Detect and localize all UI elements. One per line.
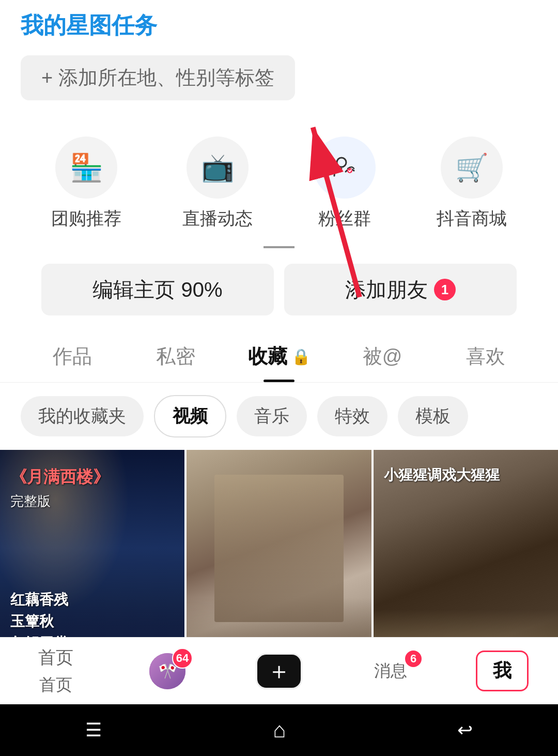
tab-works[interactable]: 作品: [21, 331, 124, 382]
content-tabs: 作品 私密 收藏 🔒 被@ 喜欢: [0, 331, 558, 383]
filter-video[interactable]: 视频: [154, 395, 226, 437]
me-active-indicator: 我: [476, 651, 529, 691]
add-friend-badge: 1: [434, 279, 456, 300]
me-label: 我: [493, 660, 512, 681]
action-buttons-row: 编辑主页 90% 添加朋友 1: [21, 248, 537, 331]
filter-templates[interactable]: 模板: [398, 396, 468, 436]
svg-point-1: [347, 168, 352, 173]
filter-effects[interactable]: 特效: [317, 396, 388, 436]
tab-favorites[interactable]: 收藏 🔒: [227, 331, 331, 382]
filter-music[interactable]: 音乐: [237, 396, 307, 436]
avatar-badge: 64: [172, 648, 193, 669]
nav-home[interactable]: 首页 首页: [17, 646, 95, 697]
quick-action-fans-group[interactable]: 粉丝群: [314, 137, 376, 231]
nav-avatar[interactable]: 🎌 64: [129, 653, 206, 689]
home-label: 首页: [38, 646, 73, 670]
system-menu-button[interactable]: ☰: [85, 719, 102, 741]
live-icon: 📺: [187, 137, 249, 199]
create-icon: ＋: [256, 653, 302, 689]
page-title: 我的星图任务: [21, 10, 537, 41]
nav-messages[interactable]: 消息 6: [352, 660, 429, 683]
nav-me[interactable]: 我: [463, 651, 541, 691]
home-text: 首页: [39, 674, 72, 697]
edit-home-label: 编辑主页 90%: [92, 276, 222, 304]
user-avatar: 🎌 64: [149, 653, 185, 689]
fans-group-label: 粉丝群: [318, 207, 371, 231]
edit-home-button[interactable]: 编辑主页 90%: [41, 264, 274, 315]
system-nav: ☰ ⌂ ↩: [0, 704, 558, 756]
tab-likes[interactable]: 喜欢: [434, 331, 537, 382]
video-title-3: 小猩猩调戏大猩猩: [384, 465, 500, 485]
messages-badge: 6: [404, 649, 423, 668]
video-title-1: 《月满西楼》完整版: [10, 465, 110, 512]
quick-action-shop[interactable]: 🛒 抖音商城: [437, 137, 507, 231]
quick-action-group-buy[interactable]: 🏪 团购推荐: [51, 137, 121, 231]
shop-label: 抖音商城: [437, 207, 507, 231]
add-friend-label: 添加朋友: [345, 276, 428, 304]
svg-point-0: [337, 158, 346, 167]
bottom-nav: 首页 首页 🎌 64 ＋ 消息 6 我: [0, 637, 558, 704]
system-back-button[interactable]: ↩: [457, 719, 473, 741]
add-friend-button[interactable]: 添加朋友 1: [284, 264, 517, 315]
quick-action-live[interactable]: 📺 直播动态: [182, 137, 253, 231]
tab-private[interactable]: 私密: [124, 331, 227, 382]
system-home-button[interactable]: ⌂: [273, 718, 286, 743]
quick-actions-row: 🏪 团购推荐 📺 直播动态 粉丝群: [21, 126, 537, 246]
group-buy-icon: 🏪: [55, 137, 117, 199]
nav-create[interactable]: ＋: [240, 653, 318, 689]
lock-icon: 🔒: [291, 347, 311, 366]
live-label: 直播动态: [182, 207, 253, 231]
filter-my-favorites[interactable]: 我的收藏夹: [21, 396, 144, 436]
messages-text: 消息 6: [374, 660, 407, 683]
fans-group-icon: [314, 137, 376, 199]
group-buy-label: 团购推荐: [51, 207, 121, 231]
tab-mentioned[interactable]: 被@: [331, 331, 434, 382]
add-tag-button[interactable]: + 添加所在地、性别等标签: [21, 55, 295, 100]
shop-icon: 🛒: [441, 137, 503, 199]
filter-chips-row: 我的收藏夹 视频 音乐 特效 模板: [0, 383, 558, 450]
